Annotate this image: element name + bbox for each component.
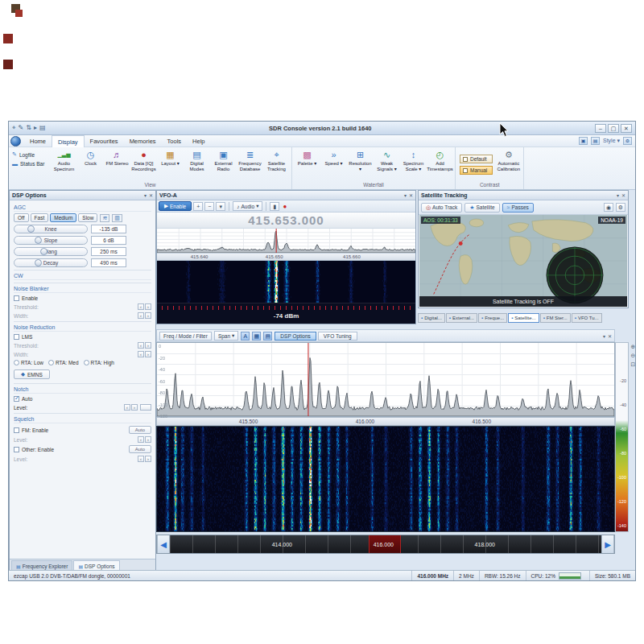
menu-tab-help[interactable]: Help [187,135,210,147]
edit-icon[interactable]: ✎ [19,124,24,132]
ribbon-item-audio-spectrum[interactable]: ▁▃▅Audio Spectrum [51,148,77,181]
zoom-in-button[interactable]: + [193,202,203,211]
passes-button[interactable]: ≈Passes [502,203,534,213]
spin-down-button[interactable]: ‹ [138,303,144,310]
swap-icon[interactable]: ⇅ [26,124,31,132]
auto-track-button[interactable]: ◎Auto Track [421,203,462,213]
gear-icon[interactable]: ⚙ [616,203,625,212]
ribbon-toggle-status-bar[interactable]: ▬Status Bar [12,161,49,167]
dock-tab-external[interactable]: ▪External... [446,313,477,323]
spin-down-button[interactable]: ‹ [138,436,144,443]
spin-up-button[interactable]: › [145,312,151,319]
decay-slider[interactable]: Decay [14,258,88,267]
dock-tab-fm-ster[interactable]: ▪FM Ster... [540,313,571,323]
noise-blanker-enable-row[interactable]: Enable [14,295,151,301]
squelch-fm-enable-row[interactable]: FM: Enable Auto [14,426,151,434]
rta-option-rta-high[interactable]: RTA: High [84,360,114,365]
dock-tab-digital[interactable]: ▪Digital... [418,313,445,323]
menu-tab-home[interactable]: Home [24,135,52,147]
slider-knob[interactable] [27,225,35,233]
checkbox-checked[interactable] [14,396,19,402]
dropdown-button[interactable]: ▾ [216,202,225,211]
span-button[interactable]: Span ▾ [214,331,238,341]
ribbon-item-fm-stereo[interactable]: ♬FM Stereo [104,148,130,181]
ribbon-toggle-logfile[interactable]: ✎Logfile [12,151,49,158]
ribbon-item-spectrum-scale[interactable]: ↕Spectrum Scale ▾ [400,148,427,181]
slider-knob[interactable] [40,248,47,255]
knee-slider[interactable]: Knee [14,225,88,233]
ribbon-item-clock[interactable]: ◷Clock [77,148,104,181]
spin-up-button[interactable]: › [145,342,151,349]
hang-slider[interactable]: Hang [14,247,88,256]
squelch-other-enable-row[interactable]: Other: Enable Auto [14,445,151,453]
slope-slider[interactable]: Slope [14,236,88,245]
zoom-out-icon[interactable]: ⊖ [631,353,636,359]
spin-up-button[interactable]: › [131,404,138,411]
main-waterfall-display[interactable] [156,426,615,532]
dock-tab-satellite[interactable]: ▪Satellite... [508,313,539,323]
menu-tab-display[interactable]: Display [52,135,85,147]
mute-button[interactable]: ▮ [270,202,279,211]
reset-icon[interactable]: ⊡ [631,361,636,368]
spin-down-button[interactable]: ‹ [138,351,144,357]
notch-auto-row[interactable]: Auto [14,396,151,402]
freq-mode-filter-button[interactable]: Freq / Mode / Filter [159,332,212,341]
nav-right-arrow[interactable]: ▶ [601,535,614,553]
grid-icon[interactable]: ▦ [252,332,261,341]
main-frequency-axis[interactable]: 415.500416.000416.500 [156,417,615,426]
snapshot-icon[interactable]: ◉ [604,203,613,212]
vfo-enable-button[interactable]: ▶ Enable [159,201,192,211]
slider-knob[interactable] [35,259,42,266]
spin-down-button[interactable]: ‹ [138,456,144,462]
ribbon-item-weak-signals[interactable]: ∿Weak Signals ▾ [374,148,400,181]
layout-small-icon[interactable]: ▣ [579,137,588,145]
vfo-spectrum-display[interactable] [157,229,415,253]
toolbar-tab-dsp-options[interactable]: DSP Options [275,332,316,341]
squelch-fm-auto-button[interactable]: Auto [129,426,151,434]
radio-button[interactable] [14,360,19,365]
zoom-out-button[interactable]: − [204,202,214,211]
settings-small-icon[interactable]: ⚙ [623,137,632,145]
panel-close-icon[interactable]: ✕ [608,333,612,339]
style-menu[interactable]: Style ▾ [603,138,620,144]
ribbon-item-frequency-database[interactable]: ≣Frequency Database [237,148,263,181]
ribbon-item-data-iq-recordings[interactable]: ●Data [IQ] Recordings [130,148,157,181]
toolbar-tab-vfo-tuning[interactable]: VFO Tuning [318,332,357,341]
ribbon-item-resolution[interactable]: ⊞Resolution ▾ [347,148,374,181]
panels-small-icon[interactable]: ▤ [591,137,600,145]
ribbon-item-add-timestamps[interactable]: ◴Add Timestamps [427,148,453,181]
minimize-button[interactable]: – [595,124,606,133]
rows-icon[interactable]: ▤ [263,332,272,341]
panel-close-icon[interactable]: ✕ [621,192,625,198]
agc-options-icon[interactable]: ≋ [100,214,109,222]
ribbon-item-satellite-tracking[interactable]: ⌖Satellite Tracking [263,148,290,181]
menu-tab-tools[interactable]: Tools [162,135,188,147]
spin-down-button[interactable]: ‹ [124,404,130,411]
spin-up-button[interactable]: › [145,303,151,310]
emns-button[interactable]: ◆ EMNS [14,369,50,379]
rta-option-rta-low[interactable]: RTA: Low [14,360,43,365]
spin-down-button[interactable]: ‹ [138,342,144,349]
vfo-waterfall-display[interactable] [157,261,415,303]
agc-monitor-icon[interactable]: ▥ [112,214,122,222]
dock-tab-vfo-tu[interactable]: ▪VFO Tu... [572,313,602,323]
panel-menu-icon[interactable]: ▾ [144,192,147,198]
checkbox[interactable] [14,334,19,340]
zoom-in-icon[interactable]: ⊕ [631,344,636,350]
satellite-button[interactable]: ★Satellite [464,203,499,213]
spin-up-button[interactable]: › [145,456,151,462]
noise-reduction-lms-row[interactable]: LMS [14,334,151,340]
panel-menu-icon[interactable]: ▾ [603,333,605,339]
main-spectrum-canvas[interactable] [157,343,614,416]
ribbon-item-digital-modes[interactable]: ▤Digital Modes [184,148,210,181]
spin-down-button[interactable]: ‹ [138,312,144,319]
rta-option-rta-med[interactable]: RTA: Med [48,360,79,365]
screenshot-icon[interactable]: ⌖ [12,124,16,132]
main-waterfall-canvas[interactable] [157,427,614,531]
close-button[interactable]: ✕ [621,124,632,133]
audio-button[interactable]: ♪ Audio ▾ [233,201,262,211]
ribbon-item-external-radio[interactable]: ▣External Radio [210,148,237,181]
agc-mode-medium[interactable]: Medium [50,213,76,222]
spin-up-button[interactable]: › [145,436,151,443]
checkbox[interactable] [14,427,19,433]
